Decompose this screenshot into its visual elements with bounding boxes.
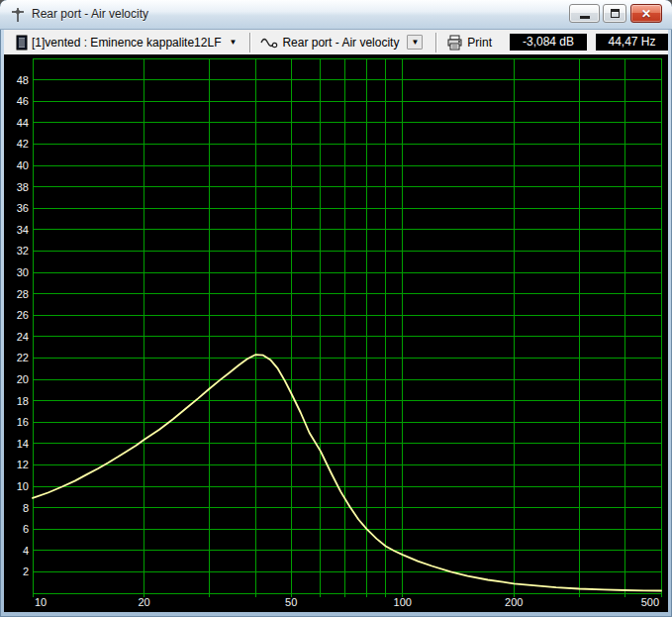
y-tick-label: 40 bbox=[17, 159, 29, 171]
y-tick-label: 38 bbox=[17, 181, 29, 193]
y-tick-label: 12 bbox=[17, 459, 29, 470]
y-tick-label: 6 bbox=[23, 523, 29, 535]
y-tick-label: 14 bbox=[17, 438, 29, 450]
maximize-icon bbox=[611, 9, 620, 18]
y-tick-label: 16 bbox=[17, 416, 29, 428]
x-tick-label: 100 bbox=[394, 596, 412, 608]
driver-selector[interactable]: [1]vented : Eminence kappalite12LF ▼ bbox=[12, 32, 244, 52]
y-tick-label: 22 bbox=[17, 352, 29, 363]
sine-wave-icon bbox=[260, 36, 278, 50]
y-tick-label: 26 bbox=[17, 309, 29, 321]
toolbar-separator bbox=[435, 33, 437, 52]
x-tick-label: 500 bbox=[641, 596, 659, 608]
db-readout: -3,084 dB bbox=[510, 34, 587, 51]
printer-icon bbox=[446, 35, 463, 51]
y-tick-label: 48 bbox=[17, 74, 29, 86]
y-tick-label: 4 bbox=[23, 545, 29, 557]
y-tick-label: 24 bbox=[17, 331, 29, 343]
close-button[interactable]: ✕ bbox=[630, 4, 662, 23]
frequency-readout: 44,47 Hz bbox=[596, 34, 668, 51]
maximize-button[interactable] bbox=[603, 4, 626, 23]
title-bar[interactable]: Rear port - Air velocity ✕ bbox=[0, 0, 672, 30]
y-tick-label: 44 bbox=[17, 117, 29, 129]
y-tick-label: 30 bbox=[17, 266, 29, 278]
crosshair-icon bbox=[10, 7, 26, 23]
y-tick-label: 36 bbox=[17, 202, 29, 214]
print-button[interactable]: Print bbox=[442, 32, 500, 52]
app-window: Rear port - Air velocity ✕ [1]vented : E… bbox=[0, 0, 672, 617]
y-tick-label: 28 bbox=[17, 288, 29, 300]
y-tick-label: 20 bbox=[17, 373, 29, 385]
window-title: Rear port - Air velocity bbox=[32, 7, 148, 21]
minimize-button[interactable] bbox=[569, 4, 600, 23]
minimize-icon bbox=[580, 16, 590, 19]
chevron-down-icon: ▼ bbox=[229, 38, 237, 47]
y-tick-label: 8 bbox=[23, 502, 29, 514]
y-tick-label: 34 bbox=[17, 224, 29, 236]
x-tick-label: 20 bbox=[138, 596, 149, 608]
velocity-curve bbox=[33, 355, 661, 590]
chevron-down-icon[interactable]: ▼ bbox=[407, 35, 423, 50]
y-tick-label: 10 bbox=[17, 480, 29, 492]
x-tick-label: 10 bbox=[35, 596, 47, 608]
y-tick-label: 32 bbox=[17, 245, 29, 257]
driver-icon bbox=[16, 35, 28, 51]
chart-area[interactable]: 2468101214161820222426283032343638404244… bbox=[4, 54, 668, 612]
plot-selector[interactable]: Rear port - Air velocity ▼ bbox=[256, 32, 431, 52]
y-tick-label: 42 bbox=[17, 138, 29, 150]
plot-selector-label: Rear port - Air velocity bbox=[282, 36, 399, 50]
y-tick-label: 18 bbox=[17, 395, 29, 407]
air-velocity-chart: 2468101214161820222426283032343638404244… bbox=[4, 54, 668, 612]
close-icon: ✕ bbox=[641, 8, 651, 20]
toolbar-separator bbox=[249, 33, 251, 52]
driver-selector-label: [1]vented : Eminence kappalite12LF bbox=[32, 36, 221, 50]
toolbar: [1]vented : Eminence kappalite12LF ▼ Rea… bbox=[4, 30, 668, 54]
y-tick-label: 46 bbox=[17, 95, 29, 107]
print-button-label: Print bbox=[467, 36, 492, 50]
x-tick-label: 50 bbox=[285, 596, 297, 608]
y-tick-label: 2 bbox=[23, 566, 29, 577]
x-tick-label: 200 bbox=[505, 596, 523, 608]
